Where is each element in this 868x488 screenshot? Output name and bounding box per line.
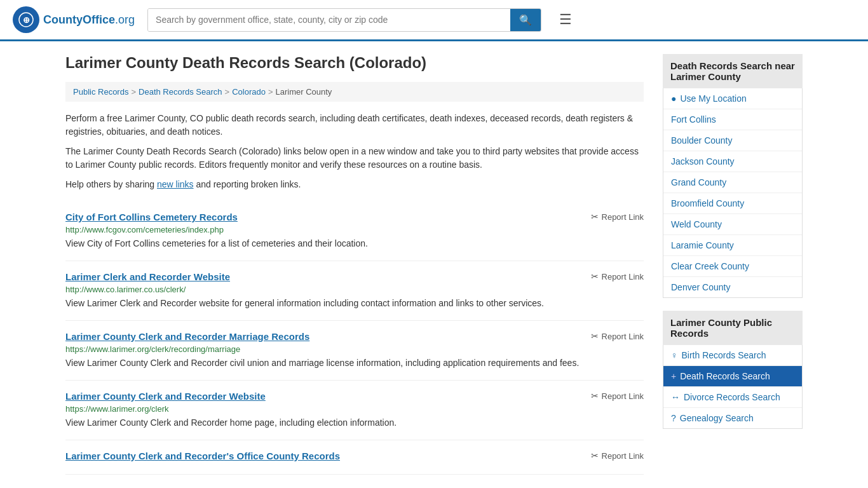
nearby-section: Death Records Search near Larimer County… <box>663 54 803 298</box>
result-item: Larimer County Clerk and Recorder Websit… <box>65 381 644 440</box>
result-title[interactable]: Larimer County Clerk and Recorder Websit… <box>65 391 266 402</box>
pub-record-icon: ↔ <box>671 392 680 402</box>
breadcrumb-sep-2: > <box>225 87 230 97</box>
result-title[interactable]: Larimer County Clerk and Recorder's Offi… <box>65 451 340 461</box>
scissors-icon: ✂ <box>591 391 599 401</box>
desc-para-3-after: and reporting broken links. <box>194 179 301 189</box>
public-records-list: ♀Birth Records Search+Death Records Sear… <box>663 345 803 429</box>
nearby-list: ● Use My Location Fort CollinsBoulder Co… <box>663 88 803 298</box>
pub-record-label: Genealogy Search <box>680 413 754 423</box>
nearby-county-link[interactable]: Clear Creek County <box>663 256 802 276</box>
report-link-label: Report Link <box>602 451 644 461</box>
public-records-heading: Larimer County Public Records <box>663 311 803 345</box>
description: Perform a free Larimer County, CO public… <box>65 112 644 191</box>
logo-text: CountyOffice.org <box>43 13 135 27</box>
pub-record-item[interactable]: ♀Birth Records Search <box>663 345 802 366</box>
result-title[interactable]: Larimer Clerk and Recorder Website <box>65 271 230 282</box>
nearby-county-link[interactable]: Weld County <box>663 214 802 234</box>
result-url[interactable]: http://www.co.larimer.co.us/clerk/ <box>65 285 644 294</box>
nearby-county-item[interactable]: Jackson County <box>663 151 802 172</box>
nearby-county-link[interactable]: Boulder County <box>663 130 802 151</box>
scissors-icon: ✂ <box>591 451 599 461</box>
logo-suffix: .org <box>115 13 135 26</box>
report-link-2[interactable]: ✂ Report Link <box>591 331 644 341</box>
report-link-label: Report Link <box>602 332 644 341</box>
pub-record-item[interactable]: +Death Records Search <box>663 366 802 387</box>
report-link-4[interactable]: ✂ Report Link <box>591 451 644 461</box>
use-my-location-link[interactable]: ● Use My Location <box>663 88 802 109</box>
desc-para-3-before: Help others by sharing <box>65 179 157 189</box>
desc-para-3: Help others by sharing new links and rep… <box>65 178 644 191</box>
report-link-1[interactable]: ✂ Report Link <box>591 271 644 281</box>
result-desc: View Larimer County Clerk and Recorder h… <box>65 416 644 430</box>
nearby-county-item[interactable]: Laramie County <box>663 235 802 256</box>
nearby-county-link[interactable]: Laramie County <box>663 235 802 255</box>
search-bar: 🔍 <box>147 8 541 32</box>
scissors-icon: ✂ <box>591 212 599 222</box>
new-links-link[interactable]: new links <box>157 179 194 189</box>
result-url[interactable]: https://www.larimer.org/clerk <box>65 404 644 414</box>
result-title[interactable]: City of Fort Collins Cemetery Records <box>65 212 238 222</box>
nearby-county-item[interactable]: Weld County <box>663 214 802 235</box>
logo-name: CountyOffice <box>43 13 115 26</box>
result-title[interactable]: Larimer County Clerk and Recorder Marria… <box>65 331 309 342</box>
nearby-county-label: Clear Creek County <box>671 261 749 271</box>
nearby-county-link[interactable]: Denver County <box>663 277 802 297</box>
breadcrumb-current: Larimer County <box>276 87 332 97</box>
desc-para-1: Perform a free Larimer County, CO public… <box>65 112 644 139</box>
pub-record-label: Death Records Search <box>680 371 770 381</box>
nearby-county-label: Weld County <box>671 219 722 229</box>
nearby-county-link[interactable]: Fort Collins <box>663 109 802 130</box>
breadcrumb-colorado[interactable]: Colorado <box>232 87 266 97</box>
pub-record-icon: ♀ <box>671 350 678 360</box>
result-header: Larimer County Clerk and Recorder's Offi… <box>65 451 644 461</box>
nearby-county-item[interactable]: Boulder County <box>663 130 802 151</box>
nearby-county-item[interactable]: Denver County <box>663 277 802 297</box>
nearby-county-link[interactable]: Jackson County <box>663 151 802 172</box>
pub-record-link[interactable]: ♀Birth Records Search <box>663 345 802 365</box>
pub-record-item[interactable]: ↔Divorce Records Search <box>663 387 802 408</box>
report-link-0[interactable]: ✂ Report Link <box>591 212 644 222</box>
report-link-label: Report Link <box>602 391 644 401</box>
breadcrumb-public-records[interactable]: Public Records <box>73 87 128 97</box>
pub-record-link[interactable]: ↔Divorce Records Search <box>663 387 802 407</box>
nearby-county-item[interactable]: Fort Collins <box>663 109 802 130</box>
nearby-county-link[interactable]: Broomfield County <box>663 193 802 214</box>
header: ⊕ CountyOffice.org 🔍 ☰ <box>0 0 868 41</box>
location-icon: ● <box>671 93 676 104</box>
public-records-section: Larimer County Public Records ♀Birth Rec… <box>663 311 803 429</box>
content-area: Larimer County Death Records Search (Col… <box>65 54 644 475</box>
nearby-heading: Death Records Search near Larimer County <box>663 54 803 88</box>
report-link-3[interactable]: ✂ Report Link <box>591 391 644 401</box>
results-list: City of Fort Collins Cemetery Records ✂ … <box>65 201 644 475</box>
pub-record-item[interactable]: ?Genealogy Search <box>663 408 802 428</box>
logo-icon: ⊕ <box>13 6 39 33</box>
result-url[interactable]: https://www.larimer.org/clerk/recording/… <box>65 344 644 354</box>
nearby-county-label: Laramie County <box>671 240 734 250</box>
result-header: Larimer County Clerk and Recorder Marria… <box>65 331 644 342</box>
breadcrumb-death-records[interactable]: Death Records Search <box>139 87 222 97</box>
result-url[interactable]: http://www.fcgov.com/cemeteries/index.ph… <box>65 225 644 234</box>
search-input[interactable] <box>148 9 510 31</box>
breadcrumb-sep-3: > <box>268 87 273 97</box>
nearby-county-item[interactable]: Broomfield County <box>663 193 802 214</box>
result-item: Larimer Clerk and Recorder Website ✂ Rep… <box>65 261 644 321</box>
result-item: City of Fort Collins Cemetery Records ✂ … <box>65 201 644 261</box>
nearby-county-label: Broomfield County <box>671 198 744 208</box>
nearby-county-item[interactable]: Grand County <box>663 172 802 193</box>
nearby-county-link[interactable]: Grand County <box>663 172 802 193</box>
page-title: Larimer County Death Records Search (Col… <box>65 54 644 72</box>
sidebar: Death Records Search near Larimer County… <box>663 54 803 475</box>
pub-record-link[interactable]: +Death Records Search <box>663 366 802 386</box>
menu-button[interactable]: ☰ <box>554 9 577 30</box>
result-desc: View City of Fort Collins cemeteries for… <box>65 237 644 250</box>
breadcrumb: Public Records > Death Records Search > … <box>65 82 644 102</box>
scissors-icon: ✂ <box>591 271 599 281</box>
pub-record-label: Birth Records Search <box>682 350 766 360</box>
search-button[interactable]: 🔍 <box>510 9 541 31</box>
nearby-county-item[interactable]: Clear Creek County <box>663 256 802 277</box>
use-my-location-label: Use My Location <box>680 93 746 104</box>
use-my-location-item[interactable]: ● Use My Location <box>663 88 802 109</box>
pub-record-link[interactable]: ?Genealogy Search <box>663 408 802 428</box>
result-header: Larimer Clerk and Recorder Website ✂ Rep… <box>65 271 644 282</box>
